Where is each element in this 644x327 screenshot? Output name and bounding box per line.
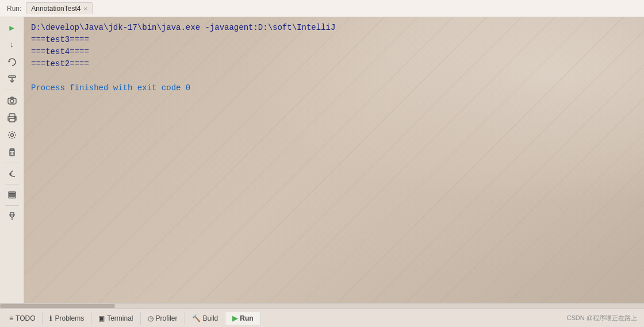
svg-point-8 xyxy=(10,134,13,137)
output-line-test3: ===test3==== xyxy=(31,34,637,46)
todo-icon: ≡ xyxy=(9,314,13,322)
toolbar-separator-1 xyxy=(5,90,19,90)
tab-todo-label: TODO xyxy=(16,314,35,322)
toolbar-separator-3 xyxy=(5,184,19,184)
tab-name: AnnotationTest4 xyxy=(31,5,80,13)
left-toolbar: ▶ ↓ xyxy=(0,17,24,303)
tab-bar: Run: AnnotationTest4 × xyxy=(0,0,644,17)
tab-run-label: Run xyxy=(240,314,253,322)
settings-button[interactable] xyxy=(4,127,20,143)
svg-rect-13 xyxy=(9,194,16,196)
tab-profiler-label: Profiler xyxy=(156,314,178,322)
content-area: ▶ ↓ xyxy=(0,17,644,303)
toolbar-separator-2 xyxy=(5,163,19,163)
print-button[interactable] xyxy=(4,110,20,126)
run-icon: ▶ xyxy=(232,314,237,322)
tab-profiler[interactable]: ◷ Profiler xyxy=(141,312,185,325)
camera-button[interactable] xyxy=(4,93,20,109)
tab-build[interactable]: 🔨 Build xyxy=(185,312,226,325)
tab-build-label: Build xyxy=(203,314,218,322)
trash-button[interactable] xyxy=(4,144,20,160)
back-button[interactable] xyxy=(4,166,20,182)
tab-terminal[interactable]: ▣ Terminal xyxy=(91,312,140,325)
tab-problems[interactable]: ℹ Problems xyxy=(43,312,91,325)
svg-rect-14 xyxy=(9,197,16,198)
tab-terminal-label: Terminal xyxy=(107,314,133,322)
tab-close-button[interactable]: × xyxy=(83,5,87,12)
pin-button[interactable] xyxy=(4,208,20,224)
run-panel: Run: AnnotationTest4 × ▶ ↓ xyxy=(0,0,644,327)
svg-marker-0 xyxy=(9,60,10,63)
terminal-icon: ▣ xyxy=(98,314,105,322)
tab-run[interactable]: ▶ Run xyxy=(225,312,260,325)
svg-rect-9 xyxy=(10,151,14,156)
output-line-test4: ===test4==== xyxy=(31,46,637,58)
profiler-icon: ◷ xyxy=(148,314,154,322)
import-button[interactable] xyxy=(4,71,20,87)
build-icon: 🔨 xyxy=(192,314,201,322)
output-line-command: D:\develop\Java\jdk-17\bin\java.exe -jav… xyxy=(31,22,637,34)
layers-button[interactable] xyxy=(4,187,20,203)
bottom-tab-bar: ≡ TODO ℹ Problems ▣ Terminal ◷ Profiler … xyxy=(0,309,644,327)
horizontal-scrollbar[interactable] xyxy=(0,303,644,309)
svg-rect-5 xyxy=(9,114,15,117)
scroll-down-button[interactable]: ↓ xyxy=(4,37,20,53)
play-button[interactable]: ▶ xyxy=(4,20,20,36)
problems-icon: ℹ xyxy=(49,314,52,322)
run-label: Run: xyxy=(2,5,26,13)
svg-rect-1 xyxy=(9,76,16,78)
output-line-test2: ===test2==== xyxy=(31,58,637,70)
toolbar-separator-4 xyxy=(5,205,19,206)
output-line-process: Process finished with exit code 0 xyxy=(31,82,637,94)
scrollbar-thumb[interactable] xyxy=(0,304,115,308)
tab-problems-label: Problems xyxy=(55,314,84,322)
bottom-tabs-left: ≡ TODO ℹ Problems ▣ Terminal ◷ Profiler … xyxy=(2,312,261,325)
svg-rect-12 xyxy=(9,192,16,194)
tab-annotation-test4[interactable]: AnnotationTest4 × xyxy=(26,2,93,14)
svg-point-4 xyxy=(10,99,14,103)
svg-rect-6 xyxy=(9,118,15,122)
rerun-button[interactable] xyxy=(4,54,20,70)
watermark-text: CSDN @程序喵正在路上 xyxy=(567,314,642,322)
output-line-empty xyxy=(31,70,637,82)
svg-point-7 xyxy=(14,117,16,118)
tab-todo[interactable]: ≡ TODO xyxy=(2,312,43,325)
output-area[interactable]: D:\develop\Java\jdk-17\bin\java.exe -jav… xyxy=(24,17,644,303)
